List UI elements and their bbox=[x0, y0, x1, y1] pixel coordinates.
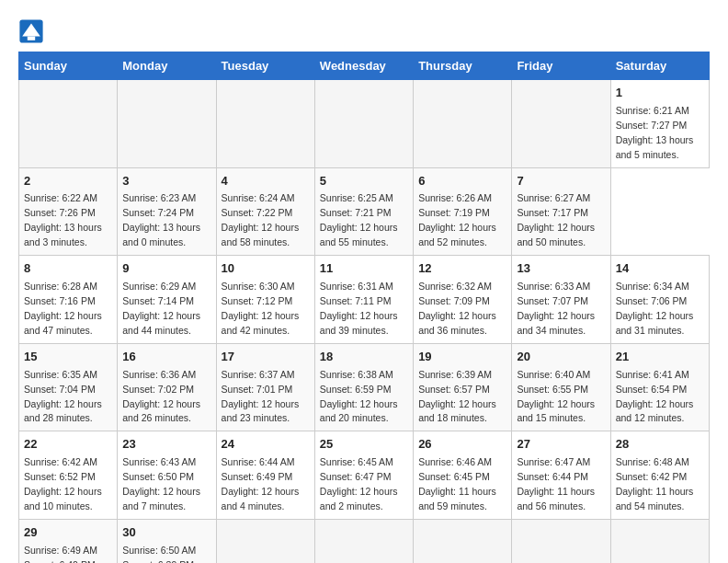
day-sunrise: Sunrise: 6:43 AM bbox=[122, 456, 196, 467]
day-sunrise: Sunrise: 6:38 AM bbox=[320, 369, 393, 380]
day-number: 26 bbox=[418, 436, 506, 454]
day-cell-7: 7 Sunrise: 6:27 AM Sunset: 7:17 PM Dayli… bbox=[512, 167, 610, 256]
day-sunset: Sunset: 7:09 PM bbox=[418, 295, 490, 306]
day-sunrise: Sunrise: 6:28 AM bbox=[24, 281, 97, 292]
day-number: 1 bbox=[616, 85, 704, 102]
day-number: 27 bbox=[517, 436, 605, 454]
empty-cell bbox=[610, 519, 709, 563]
day-sunrise: Sunrise: 6:40 AM bbox=[517, 369, 590, 380]
day-sunrise: Sunrise: 6:39 AM bbox=[418, 369, 492, 380]
day-number: 12 bbox=[418, 260, 506, 278]
day-daylight: Daylight: 12 hours and 44 minutes. bbox=[122, 310, 200, 336]
day-sunset: Sunset: 7:11 PM bbox=[320, 295, 392, 306]
day-daylight: Daylight: 12 hours and 10 minutes. bbox=[24, 486, 102, 511]
day-sunset: Sunset: 7:22 PM bbox=[222, 207, 293, 218]
day-cell-12: 12 Sunrise: 6:32 AM Sunset: 7:09 PM Dayl… bbox=[414, 256, 512, 344]
empty-cell bbox=[512, 519, 610, 563]
week-row-1: 1 Sunrise: 6:21 AM Sunset: 7:27 PM Dayli… bbox=[19, 80, 710, 168]
day-sunset: Sunset: 7:24 PM bbox=[122, 207, 194, 218]
day-sunrise: Sunrise: 6:31 AM bbox=[320, 281, 393, 292]
empty-cell bbox=[19, 80, 118, 168]
day-daylight: Daylight: 12 hours and 39 minutes. bbox=[320, 310, 398, 336]
day-cell-28: 28 Sunrise: 6:48 AM Sunset: 6:42 PM Dayl… bbox=[610, 431, 709, 520]
empty-cell bbox=[414, 80, 512, 168]
day-daylight: Daylight: 11 hours and 59 minutes. bbox=[418, 486, 496, 511]
day-number: 7 bbox=[517, 173, 605, 190]
day-number: 29 bbox=[24, 524, 112, 542]
day-sunset: Sunset: 6:52 PM bbox=[24, 471, 96, 482]
day-sunset: Sunset: 7:02 PM bbox=[122, 384, 194, 395]
day-sunrise: Sunrise: 6:34 AM bbox=[616, 281, 689, 292]
day-sunset: Sunset: 6:39 PM bbox=[122, 559, 194, 563]
day-sunset: Sunset: 7:07 PM bbox=[517, 295, 588, 306]
day-sunrise: Sunrise: 6:21 AM bbox=[616, 105, 689, 116]
day-daylight: Daylight: 12 hours and 42 minutes. bbox=[222, 310, 300, 336]
day-sunset: Sunset: 7:19 PM bbox=[418, 207, 490, 218]
day-cell-29: 29 Sunrise: 6:49 AM Sunset: 6:40 PM Dayl… bbox=[19, 519, 118, 563]
weekday-header-wednesday: Wednesday bbox=[314, 52, 413, 80]
day-cell-10: 10 Sunrise: 6:30 AM Sunset: 7:12 PM Dayl… bbox=[216, 256, 314, 344]
day-cell-4: 4 Sunrise: 6:24 AM Sunset: 7:22 PM Dayli… bbox=[216, 167, 314, 256]
day-number: 13 bbox=[517, 260, 605, 278]
day-cell-30: 30 Sunrise: 6:50 AM Sunset: 6:39 PM Dayl… bbox=[118, 519, 216, 563]
day-number: 22 bbox=[24, 436, 112, 454]
day-sunset: Sunset: 7:12 PM bbox=[222, 295, 293, 306]
week-row-3: 8 Sunrise: 6:28 AM Sunset: 7:16 PM Dayli… bbox=[19, 256, 710, 344]
day-sunset: Sunset: 6:45 PM bbox=[418, 471, 490, 482]
empty-cell bbox=[216, 519, 314, 563]
day-cell-13: 13 Sunrise: 6:33 AM Sunset: 7:07 PM Dayl… bbox=[512, 256, 610, 344]
day-sunrise: Sunrise: 6:33 AM bbox=[517, 281, 590, 292]
day-sunrise: Sunrise: 6:27 AM bbox=[517, 192, 590, 203]
day-daylight: Daylight: 12 hours and 20 minutes. bbox=[320, 398, 398, 424]
day-sunrise: Sunrise: 6:44 AM bbox=[222, 456, 295, 467]
day-number: 16 bbox=[122, 349, 210, 366]
day-sunrise: Sunrise: 6:29 AM bbox=[122, 281, 196, 292]
day-number: 2 bbox=[24, 173, 112, 190]
logo-icon bbox=[18, 18, 44, 44]
day-cell-15: 15 Sunrise: 6:35 AM Sunset: 7:04 PM Dayl… bbox=[19, 343, 118, 431]
day-daylight: Daylight: 11 hours and 56 minutes. bbox=[517, 486, 595, 511]
empty-cell bbox=[216, 80, 314, 168]
day-number: 4 bbox=[222, 173, 310, 190]
day-daylight: Daylight: 12 hours and 12 minutes. bbox=[616, 398, 694, 424]
day-number: 6 bbox=[418, 173, 506, 190]
day-daylight: Daylight: 12 hours and 26 minutes. bbox=[122, 398, 200, 424]
day-sunrise: Sunrise: 6:26 AM bbox=[418, 192, 492, 203]
day-number: 11 bbox=[320, 260, 408, 278]
day-daylight: Daylight: 13 hours and 0 minutes. bbox=[122, 222, 200, 247]
day-cell-16: 16 Sunrise: 6:36 AM Sunset: 7:02 PM Dayl… bbox=[118, 343, 216, 431]
day-number: 14 bbox=[616, 260, 704, 278]
day-daylight: Daylight: 11 hours and 54 minutes. bbox=[616, 486, 694, 511]
day-number: 15 bbox=[24, 349, 112, 366]
day-sunset: Sunset: 6:40 PM bbox=[24, 559, 96, 563]
day-sunset: Sunset: 6:59 PM bbox=[320, 384, 392, 395]
day-number: 21 bbox=[616, 349, 704, 366]
day-sunset: Sunset: 7:14 PM bbox=[122, 295, 194, 306]
day-cell-8: 8 Sunrise: 6:28 AM Sunset: 7:16 PM Dayli… bbox=[19, 256, 118, 344]
day-sunrise: Sunrise: 6:22 AM bbox=[24, 192, 97, 203]
day-sunrise: Sunrise: 6:30 AM bbox=[222, 281, 295, 292]
day-sunset: Sunset: 7:26 PM bbox=[24, 207, 96, 218]
day-sunset: Sunset: 6:54 PM bbox=[616, 384, 688, 395]
day-cell-14: 14 Sunrise: 6:34 AM Sunset: 7:06 PM Dayl… bbox=[610, 256, 709, 344]
day-cell-11: 11 Sunrise: 6:31 AM Sunset: 7:11 PM Dayl… bbox=[314, 256, 413, 344]
day-daylight: Daylight: 12 hours and 50 minutes. bbox=[517, 222, 595, 247]
week-row-5: 22 Sunrise: 6:42 AM Sunset: 6:52 PM Dayl… bbox=[19, 431, 710, 520]
day-sunset: Sunset: 6:57 PM bbox=[418, 384, 490, 395]
empty-cell bbox=[118, 80, 216, 168]
day-cell-20: 20 Sunrise: 6:40 AM Sunset: 6:55 PM Dayl… bbox=[512, 343, 610, 431]
page-header bbox=[18, 18, 710, 44]
day-number: 18 bbox=[320, 349, 408, 366]
day-sunrise: Sunrise: 6:36 AM bbox=[122, 369, 196, 380]
day-sunset: Sunset: 6:42 PM bbox=[616, 471, 688, 482]
header-row: SundayMondayTuesdayWednesdayThursdayFrid… bbox=[19, 52, 710, 80]
day-daylight: Daylight: 12 hours and 31 minutes. bbox=[616, 310, 694, 336]
day-sunset: Sunset: 6:55 PM bbox=[517, 384, 588, 395]
day-cell-27: 27 Sunrise: 6:47 AM Sunset: 6:44 PM Dayl… bbox=[512, 431, 610, 520]
day-number: 28 bbox=[616, 436, 704, 454]
day-number: 30 bbox=[122, 524, 210, 542]
day-daylight: Daylight: 12 hours and 2 minutes. bbox=[320, 486, 398, 511]
day-sunrise: Sunrise: 6:50 AM bbox=[122, 545, 196, 556]
empty-cell bbox=[314, 80, 413, 168]
day-sunset: Sunset: 7:01 PM bbox=[222, 384, 293, 395]
